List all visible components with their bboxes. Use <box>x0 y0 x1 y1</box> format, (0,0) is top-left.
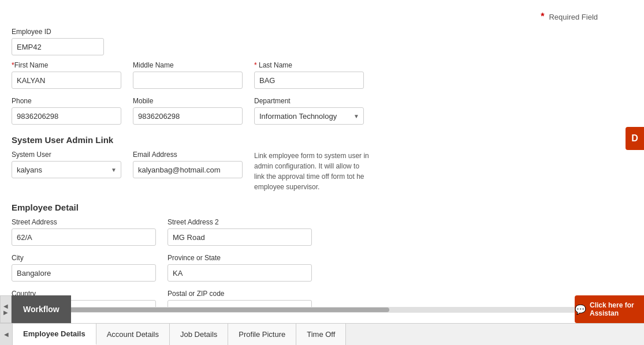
system-user-section-title: System User Admin Link <box>12 135 632 145</box>
tab-job-details[interactable]: Job Details <box>170 324 228 345</box>
tab-scroll-left[interactable]: ◀ <box>0 324 13 345</box>
left-chevron-icon: ◀ <box>3 303 8 309</box>
contact-row: Phone Mobile Department Information Tech… <box>12 97 632 125</box>
required-field-label: Required Field <box>549 13 598 21</box>
tab-employee-details[interactable]: Employee Details <box>13 324 96 345</box>
phone-group: Phone <box>12 97 121 125</box>
city-label: City <box>12 254 156 262</box>
postal-label: Postal or ZIP code <box>167 290 312 298</box>
street-address-group: Street Address <box>12 218 156 246</box>
tab-profile-picture[interactable]: Profile Picture <box>228 324 296 345</box>
required-asterisk: * <box>541 12 544 22</box>
province-input[interactable] <box>167 264 312 282</box>
system-user-row: System User kalyans admin user2 Email Ad… <box>12 151 632 192</box>
street-address2-group: Street Address 2 <box>167 218 312 246</box>
assistant-button-label: Click here for Assistan <box>590 301 644 317</box>
department-select-wrapper: Information Technology HR Finance Operat… <box>254 107 364 125</box>
department-select[interactable]: Information Technology HR Finance Operat… <box>254 107 364 125</box>
name-row: *First Name Middle Name * Last Name <box>12 61 632 89</box>
address-row: Street Address Street Address 2 <box>12 218 632 246</box>
employee-id-label: Employee ID <box>12 28 104 36</box>
required-field-hint: * Required Field <box>12 12 632 22</box>
tab-account-details[interactable]: Account Details <box>96 324 170 345</box>
employee-id-group: Employee ID <box>12 28 104 55</box>
last-name-group: * Last Name <box>254 61 364 89</box>
workflow-label[interactable]: Workflow <box>12 295 71 323</box>
city-group: City <box>12 254 156 282</box>
first-name-group: *First Name <box>12 61 121 89</box>
city-input[interactable] <box>12 264 156 282</box>
last-name-label: * Last Name <box>254 61 364 69</box>
department-group: Department Information Technology HR Fin… <box>254 97 364 125</box>
first-name-input[interactable] <box>12 72 121 89</box>
chat-icon: 💬 <box>575 304 586 315</box>
mobile-group: Mobile <box>133 97 243 125</box>
bottom-tabs: ◀ Employee Details Account Details Job D… <box>0 323 644 345</box>
middle-name-label: Middle Name <box>133 61 243 69</box>
workflow-toggle[interactable]: ◀ ▶ Workflow <box>0 295 71 323</box>
assistant-button[interactable]: 💬 Click here for Assistan <box>575 295 644 323</box>
middle-name-group: Middle Name <box>133 61 243 89</box>
email-input[interactable] <box>133 161 243 178</box>
middle-name-input[interactable] <box>133 72 243 89</box>
street-address2-input[interactable] <box>167 228 312 246</box>
last-name-input[interactable] <box>254 72 364 89</box>
mobile-input[interactable] <box>133 107 243 125</box>
department-label: Department <box>254 97 364 105</box>
employee-detail-section-title: Employee Detail <box>12 202 632 212</box>
tab-time-off[interactable]: Time Off <box>296 324 346 345</box>
street-address-label: Street Address <box>12 218 156 226</box>
system-user-group: System User kalyans admin user2 <box>12 151 121 178</box>
province-label: Province or State <box>167 254 312 262</box>
main-content: * Required Field Employee ID *First Name… <box>0 0 644 312</box>
street-address2-label: Street Address 2 <box>167 218 312 226</box>
system-user-select-wrapper: kalyans admin user2 <box>12 161 121 178</box>
first-name-label: *First Name <box>12 61 121 69</box>
horizontal-scrollbar[interactable] <box>0 307 644 313</box>
system-user-select[interactable]: kalyans admin user2 <box>12 161 121 178</box>
phone-input[interactable] <box>12 107 121 125</box>
email-group: Email Address <box>133 151 243 178</box>
right-chevron-icon: ▶ <box>3 309 8 316</box>
employee-id-input[interactable] <box>12 38 104 55</box>
street-address-input[interactable] <box>12 228 156 246</box>
employee-id-row: Employee ID <box>12 28 632 55</box>
email-label: Email Address <box>133 151 243 159</box>
phone-label: Phone <box>12 97 121 105</box>
mobile-label: Mobile <box>133 97 243 105</box>
system-user-link-text: Link employee form to system user in adm… <box>254 151 370 192</box>
workflow-arrow-button[interactable]: ◀ ▶ <box>0 295 12 323</box>
province-group: Province or State <box>167 254 312 282</box>
d-button[interactable]: D <box>626 127 644 150</box>
system-user-label: System User <box>12 151 121 159</box>
city-province-row: City Province or State <box>12 254 632 282</box>
